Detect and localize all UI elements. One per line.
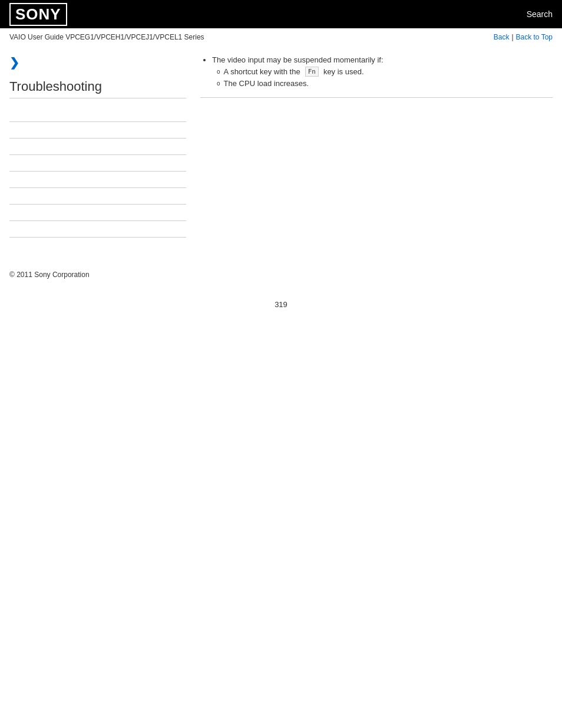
- sidebar-link-item: [9, 139, 186, 155]
- content-list-item: The video input may be suspended momenta…: [212, 55, 553, 88]
- sidebar-links: [9, 106, 186, 238]
- content-sublist: A shortcut key with the Fn key is used. …: [217, 67, 553, 88]
- sublist-item-text: The CPU load increases.: [224, 79, 309, 88]
- sidebar: ❯ Troubleshooting: [9, 55, 186, 238]
- main-bullet-text: The video input may be suspended momenta…: [212, 55, 384, 64]
- sidebar-link-item: [9, 188, 186, 205]
- sidebar-arrow-icon[interactable]: ❯: [9, 55, 186, 70]
- content-list: The video input may be suspended momenta…: [212, 55, 553, 88]
- sidebar-link-item: [9, 106, 186, 122]
- breadcrumb-separator: |: [511, 33, 513, 41]
- breadcrumb-title: VAIO User Guide VPCEG1/VPCEH1/VPCEJ1/VPC…: [9, 33, 204, 41]
- search-button[interactable]: Search: [527, 9, 553, 19]
- sidebar-link-item: [9, 122, 186, 139]
- fn-key-box: Fn: [305, 67, 319, 77]
- sidebar-section-title: Troubleshooting: [9, 79, 186, 98]
- site-header: SONY Search: [0, 0, 562, 28]
- back-link[interactable]: Back: [494, 33, 510, 41]
- sidebar-link-item: [9, 155, 186, 172]
- content-sublist-item: The CPU load increases.: [217, 79, 553, 88]
- page-number: 319: [0, 288, 562, 321]
- content-sublist-item: A shortcut key with the Fn key is used.: [217, 67, 553, 77]
- footer: © 2011 Sony Corporation: [0, 261, 562, 288]
- content-area: The video input may be suspended momenta…: [186, 55, 553, 238]
- content-divider: [200, 97, 553, 98]
- main-layout: ❯ Troubleshooting: [0, 46, 562, 247]
- sidebar-link-item: [9, 205, 186, 221]
- sony-logo: SONY: [9, 3, 67, 26]
- back-to-top-link[interactable]: Back to Top: [516, 33, 553, 41]
- sidebar-link-item: [9, 172, 186, 188]
- copyright-text: © 2011 Sony Corporation: [9, 271, 90, 279]
- breadcrumb-bar: VAIO User Guide VPCEG1/VPCEH1/VPCEJ1/VPC…: [0, 28, 562, 46]
- sidebar-link-item: [9, 221, 186, 238]
- breadcrumb-nav: Back | Back to Top: [494, 33, 553, 41]
